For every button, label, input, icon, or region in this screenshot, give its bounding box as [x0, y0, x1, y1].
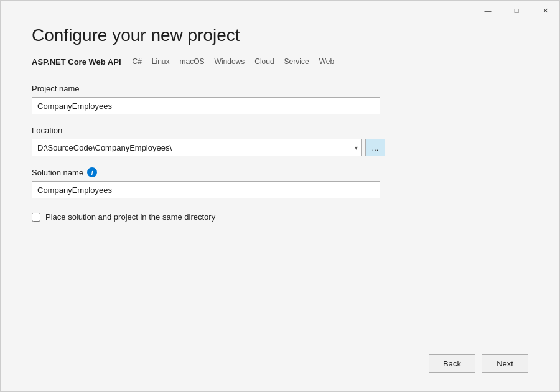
solution-name-input[interactable]	[32, 181, 380, 198]
same-directory-checkbox[interactable]	[32, 213, 40, 222]
solution-name-label: Solution name i	[32, 167, 528, 177]
tag-csharp: C#	[130, 57, 144, 67]
project-name-input[interactable]	[32, 97, 380, 114]
back-button[interactable]: Back	[429, 354, 475, 373]
tag-web: Web	[317, 57, 337, 67]
same-directory-row: Place solution and project in the same d…	[32, 212, 528, 222]
tag-windows: Windows	[212, 57, 248, 67]
info-icon[interactable]: i	[87, 167, 97, 177]
main-content: Configure your new project ASP.NET Core …	[1, 1, 559, 391]
maximize-button[interactable]: □	[502, 1, 531, 21]
project-name-group: Project name	[32, 84, 528, 114]
location-select-wrapper: D:\SourceCode\CompanyEmployees\ ▾	[32, 139, 362, 156]
location-select[interactable]: D:\SourceCode\CompanyEmployees\	[32, 139, 362, 156]
page-title: Configure your new project	[32, 26, 528, 45]
bottom-bar: Back Next	[429, 354, 528, 373]
solution-name-group: Solution name i	[32, 167, 528, 198]
title-bar: — □ ✕	[474, 1, 559, 21]
project-name-label: Project name	[32, 84, 528, 93]
browse-button[interactable]: ...	[365, 139, 385, 156]
project-type-label: ASP.NET Core Web API	[32, 57, 121, 67]
tag-macos: macOS	[177, 57, 207, 67]
location-label: Location	[32, 126, 528, 135]
location-group: Location D:\SourceCode\CompanyEmployees\…	[32, 126, 528, 156]
minimize-button[interactable]: —	[474, 1, 502, 21]
tag-linux: Linux	[149, 57, 172, 67]
tag-service: Service	[282, 57, 312, 67]
same-directory-label[interactable]: Place solution and project in the same d…	[45, 212, 215, 222]
close-button[interactable]: ✕	[531, 1, 559, 21]
subtitle-row: ASP.NET Core Web API C# Linux macOS Wind…	[32, 57, 528, 67]
location-row: D:\SourceCode\CompanyEmployees\ ▾ ...	[32, 139, 528, 156]
next-button[interactable]: Next	[482, 354, 528, 373]
tag-cloud: Cloud	[252, 57, 276, 67]
